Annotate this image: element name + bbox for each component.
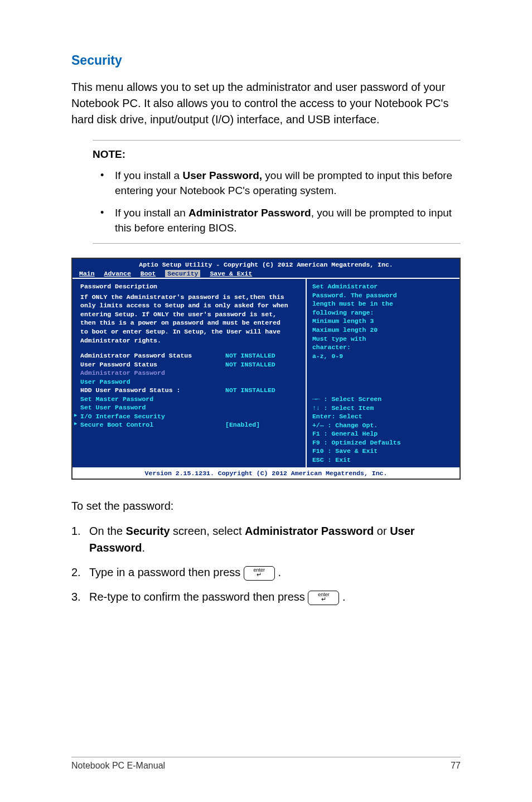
bios-hint-line: ESC : Exit <box>312 456 454 465</box>
bios-screenshot: Aptio Setup Utility - Copyright (C) 2012… <box>71 258 461 480</box>
bios-tabs: Main Advance Boot Security Save & Exit <box>72 269 460 278</box>
text-bold: Administrator Password <box>245 525 374 537</box>
note-text: If you install a <box>115 170 182 181</box>
bios-hints: →← : Select Screen ↑↓ : Select Item Ente… <box>312 395 454 464</box>
text: . <box>142 542 145 554</box>
note-label: NOTE: <box>93 148 461 161</box>
bios-tab-boot: Boot <box>141 270 156 277</box>
bios-hint-line: ↑↓ : Select Item <box>312 404 454 413</box>
bios-help-line: Set Administrator <box>312 282 454 291</box>
bios-value: NOT INSTALLED <box>225 386 275 395</box>
bios-value: [Enabled] <box>225 421 260 429</box>
intro-paragraph: This menu allows you to set up the admin… <box>71 79 461 128</box>
bios-set-user: Set User Password <box>80 403 300 412</box>
bios-hint-line: Enter: Select <box>312 412 454 421</box>
step-3: 3. Re-type to confirm the password then … <box>71 588 461 605</box>
bios-tab-advance: Advance <box>104 270 131 277</box>
bios-admin-pw: Administrator Password <box>80 369 300 378</box>
text: screen, select <box>170 525 245 537</box>
step-number: 3. <box>71 588 89 605</box>
bios-user-pw: User Password <box>80 378 300 386</box>
footer-title: Notebook PC E-Manual <box>71 761 165 771</box>
note-bold: User Password, <box>182 170 262 181</box>
bios-tab-save-exit: Save & Exit <box>210 270 252 277</box>
step-2: 2. Type in a password then press enter↵ … <box>71 564 461 581</box>
enter-key-icon: enter↵ <box>244 566 275 581</box>
note-item: If you install an Administrator Password… <box>93 206 461 235</box>
page-footer: Notebook PC E-Manual 77 <box>71 757 461 771</box>
bios-set-master: Set Master Password <box>80 395 300 404</box>
step-number: 2. <box>71 564 89 581</box>
bios-help-line: Minimum length 3 <box>312 317 454 326</box>
section-heading: Security <box>71 53 461 68</box>
text: Re-type to confirm the password then pre… <box>89 591 308 603</box>
bios-secure-boot: Secure Boot Control [Enabled] <box>80 421 300 429</box>
bios-label: HDD User Password Status : <box>80 386 225 395</box>
bios-pd-heading: Password Description <box>80 282 300 291</box>
note-bold: Administrator Password <box>188 207 311 219</box>
bios-right-panel: Set Administrator Password. The password… <box>307 279 460 467</box>
text: On the <box>89 525 126 537</box>
bios-desc: only limits access to Setup and is only … <box>80 301 300 310</box>
bios-user-status: User Password Status NOT INSTALLED <box>80 360 300 369</box>
bios-desc: If ONLY the Administrator's password is … <box>80 293 300 302</box>
bios-help-line: a-z, 0-9 <box>312 352 454 361</box>
bios-hint-line: F1 : General Help <box>312 429 454 438</box>
note-list: If you install a User Password, you will… <box>93 168 461 235</box>
step-text: Re-type to confirm the password then pre… <box>89 588 461 605</box>
note-box: NOTE: If you install a User Password, yo… <box>93 140 461 244</box>
note-text: If you install an <box>115 207 188 219</box>
bios-tab-security: Security <box>165 270 200 277</box>
bios-admin-status: Administrator Password Status NOT INSTAL… <box>80 351 300 360</box>
instructions-lead: To set the password: <box>71 497 461 515</box>
step-number: 1. <box>71 523 89 539</box>
bios-hint-line: →← : Select Screen <box>312 395 454 404</box>
bios-hint-line: +/— : Change Opt. <box>312 421 454 430</box>
bios-title: Aptio Setup Utility - Copyright (C) 2012… <box>72 259 460 269</box>
bios-value: NOT INSTALLED <box>225 360 275 369</box>
page-number: 77 <box>451 761 461 771</box>
bios-help-line: Maximum length 20 <box>312 326 454 335</box>
note-item: If you install a User Password, you will… <box>93 168 461 198</box>
bios-help-line: length must be in the <box>312 299 454 308</box>
bios-hint-line: F10 : Save & Exit <box>312 447 454 456</box>
text-bold: Security <box>126 525 170 537</box>
bios-value: NOT INSTALLED <box>225 351 275 360</box>
step-text: On the Security screen, select Administr… <box>89 523 461 556</box>
bios-hdd-status: HDD User Password Status : NOT INSTALLED <box>80 386 300 395</box>
bios-footer: Version 2.15.1231. Copyright (C) 2012 Am… <box>72 467 460 479</box>
bios-help-line: Must type with <box>312 335 454 344</box>
bios-desc: to boot or enter Setup. In Setup, the Us… <box>80 327 300 336</box>
step-text: Type in a password then press enter↵ . <box>89 564 461 581</box>
bios-label: User Password Status <box>80 360 225 369</box>
text: Type in a password then press <box>89 566 244 578</box>
step-1: 1. On the Security screen, select Admini… <box>71 523 461 556</box>
bios-left-panel: Password Description If ONLY the Adminis… <box>72 279 307 467</box>
bios-label: Administrator Password Status <box>80 351 225 360</box>
bios-desc: then this is a power on password and mus… <box>80 318 300 327</box>
bios-desc: entering Setup. If ONLY the user's passw… <box>80 310 300 319</box>
bios-io-security: I/O Interface Security <box>80 412 300 421</box>
bios-help-line: following range: <box>312 308 454 317</box>
bios-help: Set Administrator Password. The password… <box>312 282 454 395</box>
bios-desc: Administrator rights. <box>80 336 300 345</box>
bios-help-line: character: <box>312 343 454 352</box>
bios-help-line: Password. The password <box>312 291 454 300</box>
bios-hint-line: F9 : Optimized Defaults <box>312 438 454 447</box>
bios-label: Secure Boot Control <box>80 421 225 429</box>
enter-key-icon: enter↵ <box>308 591 339 605</box>
text: or <box>374 525 390 537</box>
bios-tab-main: Main <box>79 270 95 277</box>
